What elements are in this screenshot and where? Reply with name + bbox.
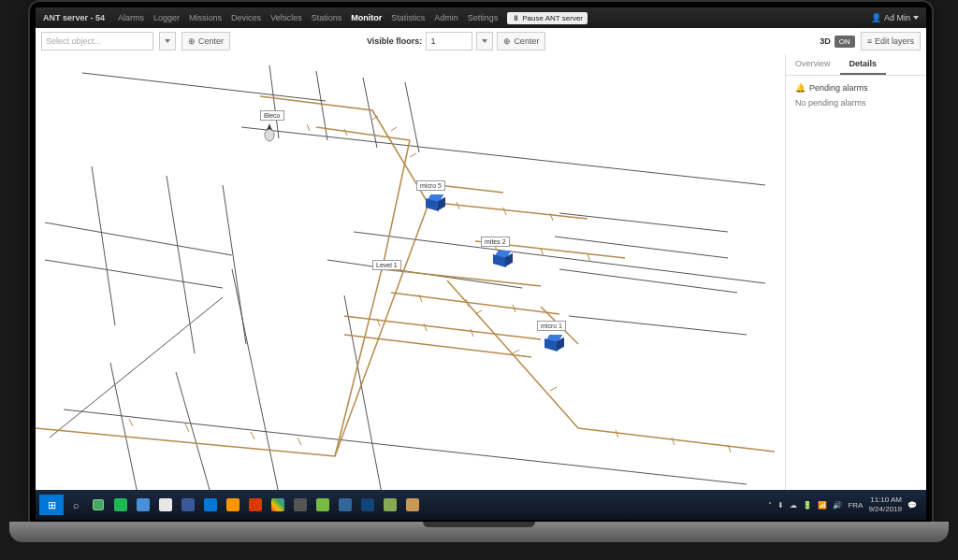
app-icon[interactable] (133, 495, 153, 515)
notification-icon[interactable]: 💬 (907, 501, 917, 510)
nav-devices[interactable]: Devices (231, 13, 261, 22)
tray-icon[interactable]: 🔊 (833, 501, 842, 510)
list-icon: ≡ (867, 36, 872, 46)
clock[interactable]: 11:10 AM 9/24/2019 (868, 495, 902, 514)
edit-layers-label: Edit layers (875, 36, 914, 46)
nav-monitor[interactable]: Monitor (351, 13, 382, 22)
windows-taskbar: ⊞ ⌕ ˄ ⬇ ☁ 🔋 📶 🔊 FRA 11:10 AM 9/24/2019 💬 (36, 490, 926, 520)
3d-label: 3D (816, 36, 835, 46)
nav-vehicles[interactable]: Vehicles (270, 13, 302, 22)
visible-floors-dropdown[interactable] (476, 32, 493, 50)
tab-details[interactable]: Details (840, 54, 887, 75)
nav-logger[interactable]: Logger (153, 13, 180, 22)
laptop-base (9, 522, 949, 542)
app-icon[interactable] (155, 495, 176, 515)
app-icon[interactable] (312, 495, 333, 515)
app-icon[interactable] (245, 495, 266, 515)
user-name: Ad Min (884, 13, 910, 22)
tray-icon[interactable]: ⬇ (777, 501, 784, 510)
map-label[interactable]: mites 2 (481, 237, 510, 247)
user-menu[interactable]: 👤 Ad Min (871, 13, 919, 22)
search-icon[interactable]: ⌕ (65, 495, 86, 515)
vehicle-marker[interactable] (494, 251, 509, 266)
app-icon[interactable] (402, 495, 423, 515)
pause-label: Pause ANT server (522, 14, 583, 22)
nav-stations[interactable]: Stations (312, 13, 342, 22)
app-icon[interactable] (268, 495, 288, 515)
map-label[interactable]: Level 1 (372, 260, 401, 270)
toolbar: Select object... ⊕ Center Visible floors… (36, 28, 926, 55)
right-panel: OverviewDetails 🔔 Pending alarms No pend… (785, 54, 926, 490)
map-label[interactable]: Bleco (260, 110, 284, 121)
visible-floors-value: 1 (430, 36, 435, 46)
main-nav: AlarmsLoggerMissionsDevicesVehiclesStati… (118, 13, 498, 22)
time: 11:10 AM (868, 495, 902, 505)
nav-settings[interactable]: Settings (468, 13, 499, 22)
visible-floors-select[interactable]: 1 (426, 32, 472, 50)
chevron-down-icon (482, 39, 487, 43)
tray-icon[interactable]: ☁ (790, 501, 797, 510)
app-topbar: ANT server - 54 AlarmsLoggerMissionsDevi… (36, 7, 926, 28)
tray-icon[interactable]: 📶 (818, 501, 827, 510)
nav-admin[interactable]: Admin (434, 13, 458, 22)
target-icon: ⊕ (188, 36, 196, 46)
chevron-down-icon (165, 39, 170, 43)
bell-icon: 🔔 (795, 83, 806, 93)
object-select[interactable]: Select object... (41, 32, 153, 50)
map-label[interactable]: micro 5 (416, 180, 445, 191)
visible-floors-label: Visible floors: (367, 36, 422, 46)
map-viewport[interactable]: Blecomicro 5mites 2Level 1micro 1 (36, 54, 786, 490)
map-lines (36, 54, 784, 490)
object-select-placeholder: Select object... (46, 36, 101, 46)
panel-tabs: OverviewDetails (786, 54, 926, 76)
center-label: Center (198, 36, 224, 46)
app-icon[interactable] (380, 495, 400, 515)
tray-icon[interactable]: ˄ (768, 501, 772, 510)
pending-alarms-label: Pending alarms (809, 83, 868, 93)
vehicle-marker[interactable] (427, 194, 442, 209)
app-icon[interactable] (290, 495, 311, 515)
tab-overview[interactable]: Overview (786, 54, 840, 75)
app-icon[interactable] (110, 495, 131, 515)
pause-server-button[interactable]: ⏸ Pause ANT server (507, 12, 588, 24)
user-icon: 👤 (871, 13, 881, 22)
pause-icon: ⏸ (512, 14, 519, 22)
app-icon[interactable] (223, 495, 243, 515)
target-icon: ⊕ (503, 36, 511, 46)
app-icon[interactable] (200, 495, 221, 515)
app-icon[interactable] (357, 495, 378, 515)
app-icon[interactable] (335, 495, 356, 515)
language-indicator[interactable]: FRA (848, 501, 863, 510)
app-title: ANT server - 54 (43, 13, 105, 22)
taskview-icon[interactable] (88, 495, 109, 515)
vehicle-marker[interactable] (545, 335, 560, 350)
tray-icon[interactable]: 🔋 (803, 501, 812, 510)
no-pending-text: No pending alarms (795, 98, 917, 108)
center-button-left[interactable]: ⊕ Center (181, 32, 230, 50)
on-badge: ON (835, 36, 855, 48)
center-label: Center (514, 36, 539, 46)
center-button-right[interactable]: ⊕ Center (497, 32, 545, 50)
nav-alarms[interactable]: Alarms (118, 13, 144, 22)
date: 9/24/2019 (868, 505, 902, 514)
map-label[interactable]: micro 1 (537, 321, 566, 331)
start-button[interactable]: ⊞ (39, 495, 64, 515)
app-icon[interactable] (178, 495, 198, 515)
chevron-down-icon (913, 16, 919, 20)
nav-missions[interactable]: Missions (189, 13, 222, 22)
object-select-dropdown[interactable] (159, 32, 176, 50)
nav-statistics[interactable]: Statistics (391, 13, 425, 22)
pending-alarms-header: 🔔 Pending alarms (795, 83, 917, 93)
3d-toggle[interactable]: 3D ON (816, 36, 855, 48)
svg-point-0 (265, 128, 274, 141)
edit-layers-button[interactable]: ≡ Edit layers (861, 32, 921, 50)
